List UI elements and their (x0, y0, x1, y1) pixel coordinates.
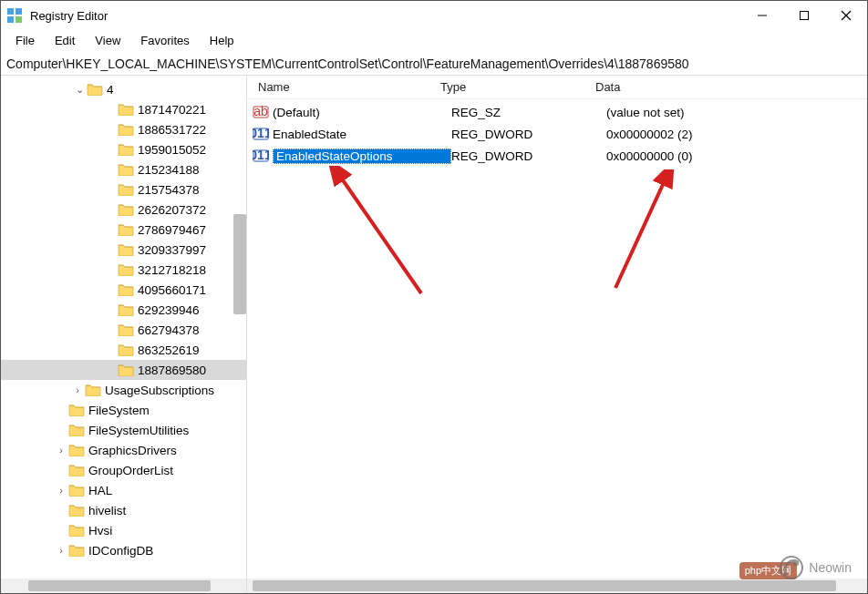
folder-icon (118, 223, 134, 236)
close-button[interactable] (825, 1, 867, 30)
tree-item-4095660171[interactable]: 4095660171 (1, 280, 246, 300)
address-bar[interactable]: Computer\HKEY_LOCAL_MACHINE\SYSTEM\Curre… (1, 52, 867, 76)
tree-item-label: hivelist (88, 504, 126, 517)
vertical-scrollbar-thumb[interactable] (233, 214, 246, 314)
tree-item-863252619[interactable]: 863252619 (1, 340, 246, 360)
expander-icon[interactable]: ⌄ (72, 84, 87, 96)
folder-icon (118, 163, 134, 176)
tree-item-label: HAL (88, 484, 112, 497)
minimize-button[interactable] (741, 1, 783, 30)
reg-dword-icon: 011 (253, 148, 269, 164)
tree-item-label: 1959015052 (138, 143, 206, 157)
tree-item-label: 629239946 (138, 303, 200, 317)
title-bar: Registry Editor (1, 1, 867, 30)
menu-item-file[interactable]: File (6, 32, 44, 49)
tree-item-3212718218[interactable]: 3212718218 (1, 260, 246, 280)
value-type: REG_DWORD (451, 149, 606, 163)
tree-item-filesystemutilities[interactable]: FileSystemUtilities (1, 420, 246, 440)
tree-item-graphicsdrivers[interactable]: ›GraphicsDrivers (1, 440, 246, 460)
expander-icon[interactable]: › (54, 485, 68, 496)
tree-item-label: 4095660171 (138, 283, 206, 297)
tree-item-label: FileSystemUtilities (88, 424, 189, 437)
value-type: REG_DWORD (451, 128, 606, 141)
tree-item-hvsi[interactable]: Hvsi (1, 520, 246, 540)
folder-icon (68, 444, 85, 456)
tree-item-label: 4 (107, 83, 114, 97)
expander-icon[interactable]: › (70, 384, 85, 395)
tree-item-idconfigdb[interactable]: ›IDConfigDB (1, 540, 246, 560)
tree-item-2786979467[interactable]: 2786979467 (1, 220, 246, 240)
folder-icon (118, 183, 134, 196)
watermark: Neowin (780, 556, 852, 579)
tree-horizontal-scrollbar[interactable] (1, 579, 246, 593)
folder-icon (85, 384, 101, 396)
value-row-default[interactable]: ab(Default)REG_SZ(value not set) (247, 101, 867, 123)
address-path: Computer\HKEY_LOCAL_MACHINE\SYSTEM\Curre… (6, 56, 689, 71)
folder-icon (118, 243, 134, 256)
tree-item-label: Hvsi (88, 524, 112, 538)
tree-item-1871470221[interactable]: 1871470221 (1, 99, 246, 119)
list-hscroll-thumb[interactable] (253, 580, 836, 591)
value-row-enabledstateoptions[interactable]: 011EnabledStateOptionsREG_DWORD0x0000000… (247, 145, 867, 167)
menu-item-edit[interactable]: Edit (46, 32, 84, 49)
svg-rect-3 (16, 16, 22, 23)
value-name: EnabledStateOptions (273, 148, 451, 164)
tree-pane: ⌄418714702211886531722195901505221523418… (1, 76, 247, 593)
list-body[interactable]: ab(Default)REG_SZ(value not set)011Enabl… (247, 99, 867, 167)
tree-item-label: IDConfigDB (88, 544, 153, 558)
folder-icon (118, 263, 134, 276)
tree-item-label: 2786979467 (138, 223, 206, 237)
tree-item-4[interactable]: ⌄4 (1, 79, 246, 99)
svg-text:ab: ab (253, 104, 268, 118)
tree-item-label: FileSystem (88, 404, 150, 417)
expander-icon[interactable]: › (54, 445, 68, 456)
folder-icon (118, 364, 134, 376)
menu-bar: FileEditViewFavoritesHelp (1, 30, 867, 52)
value-type: REG_SZ (451, 106, 606, 119)
tree-item-grouporderlist[interactable]: GroupOrderList (1, 460, 246, 480)
column-header-data[interactable]: Data (590, 80, 867, 94)
folder-icon (118, 143, 134, 156)
value-data: 0x00000002 (2) (606, 128, 693, 141)
expander-icon[interactable]: › (54, 545, 68, 556)
tree-hscroll-thumb[interactable] (28, 580, 211, 591)
value-name: (Default) (273, 106, 451, 119)
tree-item-1887869580[interactable]: 1887869580 (1, 360, 246, 380)
folder-icon (118, 323, 134, 336)
list-horizontal-scrollbar[interactable] (247, 579, 867, 593)
reg-dword-icon: 011 (253, 126, 269, 142)
tree-item-1886531722[interactable]: 1886531722 (1, 119, 246, 139)
tree-item-662794378[interactable]: 662794378 (1, 320, 246, 340)
tree-item-label: GraphicsDrivers (88, 444, 177, 457)
tree-item-hal[interactable]: ›HAL (1, 480, 246, 500)
neowin-logo-icon (780, 556, 803, 579)
tree-item-label: 3212718218 (138, 263, 206, 277)
tree-item-215754378[interactable]: 215754378 (1, 179, 246, 200)
window-title: Registry Editor (30, 9, 741, 23)
menu-item-help[interactable]: Help (201, 32, 243, 49)
tree-scroll[interactable]: ⌄418714702211886531722195901505221523418… (1, 79, 246, 579)
folder-icon (68, 484, 85, 497)
tree-item-label: 2626207372 (138, 203, 206, 217)
list-pane: Name Type Data ab(Default)REG_SZ(value n… (247, 76, 867, 593)
menu-item-favorites[interactable]: Favorites (131, 32, 198, 49)
svg-rect-1 (16, 8, 22, 15)
menu-item-view[interactable]: View (86, 32, 129, 49)
column-header-name[interactable]: Name (253, 80, 435, 94)
tree-item-label: UsageSubscriptions (105, 384, 214, 397)
tree-item-1959015052[interactable]: 1959015052 (1, 139, 246, 159)
tree-item-hivelist[interactable]: hivelist (1, 500, 246, 520)
maximize-button[interactable] (783, 1, 825, 30)
folder-icon (68, 544, 85, 557)
value-row-enabledstate[interactable]: 011EnabledStateREG_DWORD0x00000002 (2) (247, 123, 867, 145)
reg-string-icon: ab (253, 104, 269, 120)
svg-text:011: 011 (253, 126, 269, 140)
tree-item-629239946[interactable]: 629239946 (1, 300, 246, 320)
tree-item-2626207372[interactable]: 2626207372 (1, 200, 246, 220)
tree-item-215234188[interactable]: 215234188 (1, 159, 246, 179)
column-header-type[interactable]: Type (435, 80, 590, 94)
tree-item-filesystem[interactable]: FileSystem (1, 400, 246, 420)
tree-item-usagesubscriptions[interactable]: ›UsageSubscriptions (1, 380, 246, 400)
tree-item-3209337997[interactable]: 3209337997 (1, 240, 246, 260)
value-data: (value not set) (606, 106, 685, 119)
